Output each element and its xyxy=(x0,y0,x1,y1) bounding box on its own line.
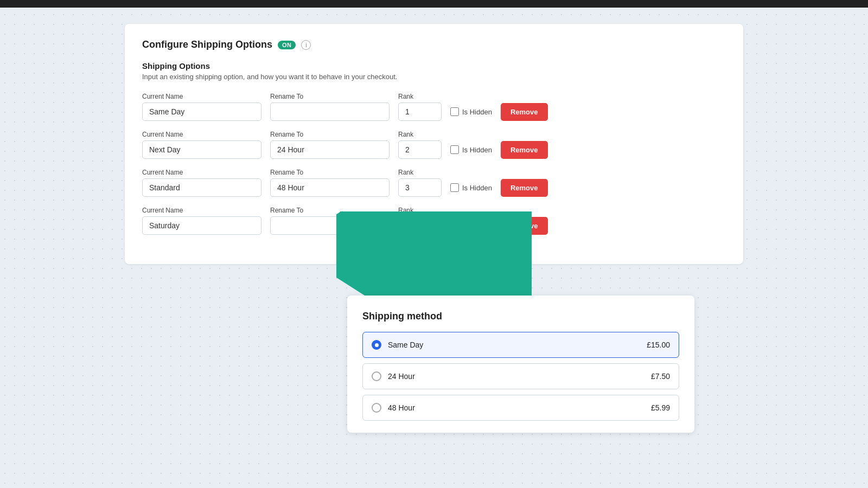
method-left-1: Same Day xyxy=(372,340,423,350)
rank-input-3[interactable] xyxy=(398,178,442,197)
current-name-input-3[interactable] xyxy=(142,178,261,197)
is-hidden-checkbox-1[interactable] xyxy=(450,107,459,116)
is-hidden-checkbox-3[interactable] xyxy=(450,183,459,192)
field-group-current-3: Current Name xyxy=(142,169,261,197)
method-name-2: 24 Hour xyxy=(388,372,415,381)
remove-button-4[interactable]: Remove xyxy=(501,217,548,235)
field-group-rank-1: Rank xyxy=(398,93,442,121)
preview-title: Shipping method xyxy=(362,311,679,322)
rank-input-4[interactable] xyxy=(398,216,442,235)
method-left-3: 48 Hour xyxy=(372,403,415,413)
rank-label-4: Rank xyxy=(398,207,442,214)
method-price-1: £15.00 xyxy=(647,341,670,349)
is-hidden-checkbox-2[interactable] xyxy=(450,145,459,154)
field-group-rename-4: Rename To xyxy=(270,207,390,235)
field-group-current-1: Current Name xyxy=(142,93,261,121)
method-price-2: £7.50 xyxy=(651,372,670,381)
is-hidden-group-1: Is Hidden xyxy=(450,98,492,116)
panel-header: Configure Shipping Options ON i xyxy=(142,39,726,50)
method-item-3[interactable]: 48 Hour £5.99 xyxy=(362,395,679,421)
field-group-rank-3: Rank xyxy=(398,169,442,197)
radio-circle-1 xyxy=(372,340,381,350)
rename-to-input-2[interactable] xyxy=(270,140,390,159)
current-name-input-2[interactable] xyxy=(142,140,261,159)
remove-button-2[interactable]: Remove xyxy=(501,141,548,159)
info-icon[interactable]: i xyxy=(301,40,311,50)
is-hidden-label-3: Is Hidden xyxy=(462,184,492,192)
is-hidden-group-2: Is Hidden xyxy=(450,136,492,154)
radio-circle-2 xyxy=(372,371,381,381)
field-group-rename-1: Rename To xyxy=(270,93,390,121)
radio-circle-3 xyxy=(372,403,381,413)
panel-title: Configure Shipping Options xyxy=(142,39,272,50)
on-badge: ON xyxy=(278,41,296,49)
shipping-row-2: Current Name Rename To Rank Is Hidden Re… xyxy=(142,131,726,159)
shipping-row-1: Current Name Rename To Rank Is Hidden Re… xyxy=(142,93,726,121)
is-hidden-checkbox-4[interactable] xyxy=(450,221,459,230)
main-content: Configure Shipping Options ON i Shipping… xyxy=(0,8,868,275)
field-group-rename-2: Rename To xyxy=(270,131,390,159)
shipping-preview: Shipping method Same Day £15.00 24 Hour … xyxy=(347,296,694,433)
is-hidden-group-3: Is Hidden xyxy=(450,174,492,192)
field-group-current-2: Current Name xyxy=(142,131,261,159)
current-name-label-3: Current Name xyxy=(142,169,261,176)
section-title: Shipping Options xyxy=(142,61,726,70)
current-name-input-4[interactable] xyxy=(142,216,261,235)
is-hidden-label-4: Is Hidden xyxy=(462,222,492,230)
shipping-row-3: Current Name Rename To Rank Is Hidden Re… xyxy=(142,169,726,197)
method-name-3: 48 Hour xyxy=(388,403,415,412)
remove-button-1[interactable]: Remove xyxy=(501,103,548,121)
rename-to-label-4: Rename To xyxy=(270,207,390,214)
method-name-1: Same Day xyxy=(388,341,423,349)
field-group-rename-3: Rename To xyxy=(270,169,390,197)
current-name-label-2: Current Name xyxy=(142,131,261,138)
rename-to-input-3[interactable] xyxy=(270,178,390,197)
shipping-row-4: Current Name Rename To Rank Is Hidden Re… xyxy=(142,207,726,235)
is-hidden-label-1: Is Hidden xyxy=(462,108,492,116)
current-name-input-1[interactable] xyxy=(142,102,261,121)
rank-label-3: Rank xyxy=(398,169,442,176)
section-desc: Input an existing shipping option, and h… xyxy=(142,73,726,81)
rename-to-label-1: Rename To xyxy=(270,93,390,100)
rank-input-1[interactable] xyxy=(398,102,442,121)
is-hidden-group-4: Is Hidden xyxy=(450,211,492,230)
field-group-current-4: Current Name xyxy=(142,207,261,235)
rename-to-label-3: Rename To xyxy=(270,169,390,176)
current-name-label-4: Current Name xyxy=(142,207,261,214)
method-item-2[interactable]: 24 Hour £7.50 xyxy=(362,363,679,389)
rename-to-input-4[interactable] xyxy=(270,216,390,235)
field-group-rank-4: Rank xyxy=(398,207,442,235)
current-name-label-1: Current Name xyxy=(142,93,261,100)
rename-to-input-1[interactable] xyxy=(270,102,390,121)
field-group-rank-2: Rank xyxy=(398,131,442,159)
rank-input-2[interactable] xyxy=(398,140,442,159)
top-bar xyxy=(0,0,868,8)
rank-label-1: Rank xyxy=(398,93,442,100)
method-item-1[interactable]: Same Day £15.00 xyxy=(362,332,679,358)
is-hidden-label-2: Is Hidden xyxy=(462,146,492,154)
rank-label-2: Rank xyxy=(398,131,442,138)
method-price-3: £5.99 xyxy=(651,403,670,412)
config-panel: Configure Shipping Options ON i Shipping… xyxy=(125,24,743,264)
remove-button-3[interactable]: Remove xyxy=(501,179,548,197)
method-left-2: 24 Hour xyxy=(372,371,415,381)
rename-to-label-2: Rename To xyxy=(270,131,390,138)
